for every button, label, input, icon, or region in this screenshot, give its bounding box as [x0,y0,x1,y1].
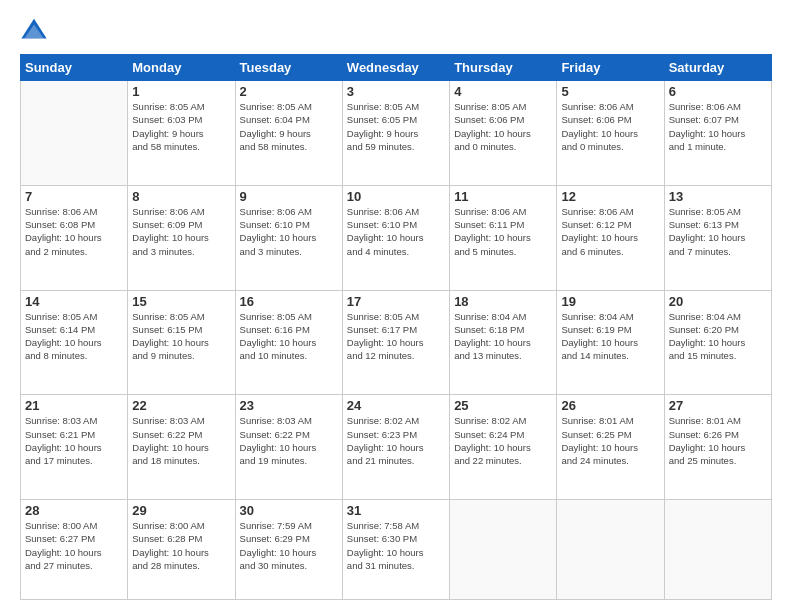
logo-icon [20,16,48,44]
calendar-cell: 24Sunrise: 8:02 AM Sunset: 6:23 PM Dayli… [342,395,449,500]
day-info: Sunrise: 8:05 AM Sunset: 6:14 PM Dayligh… [25,310,123,363]
calendar-cell: 8Sunrise: 8:06 AM Sunset: 6:09 PM Daylig… [128,185,235,290]
day-number: 27 [669,398,767,413]
header [20,16,772,44]
day-info: Sunrise: 8:04 AM Sunset: 6:18 PM Dayligh… [454,310,552,363]
day-number: 25 [454,398,552,413]
day-info: Sunrise: 8:05 AM Sunset: 6:05 PM Dayligh… [347,100,445,153]
calendar-cell: 21Sunrise: 8:03 AM Sunset: 6:21 PM Dayli… [21,395,128,500]
day-number: 30 [240,503,338,518]
calendar-cell: 3Sunrise: 8:05 AM Sunset: 6:05 PM Daylig… [342,81,449,186]
day-header-tuesday: Tuesday [235,55,342,81]
calendar-cell: 13Sunrise: 8:05 AM Sunset: 6:13 PM Dayli… [664,185,771,290]
calendar-cell: 14Sunrise: 8:05 AM Sunset: 6:14 PM Dayli… [21,290,128,395]
calendar-cell: 10Sunrise: 8:06 AM Sunset: 6:10 PM Dayli… [342,185,449,290]
calendar-cell: 30Sunrise: 7:59 AM Sunset: 6:29 PM Dayli… [235,500,342,600]
day-number: 9 [240,189,338,204]
day-number: 21 [25,398,123,413]
day-info: Sunrise: 8:02 AM Sunset: 6:23 PM Dayligh… [347,414,445,467]
week-row-1: 7Sunrise: 8:06 AM Sunset: 6:08 PM Daylig… [21,185,772,290]
day-number: 24 [347,398,445,413]
calendar-cell: 11Sunrise: 8:06 AM Sunset: 6:11 PM Dayli… [450,185,557,290]
day-info: Sunrise: 8:05 AM Sunset: 6:04 PM Dayligh… [240,100,338,153]
day-info: Sunrise: 8:03 AM Sunset: 6:22 PM Dayligh… [240,414,338,467]
day-number: 6 [669,84,767,99]
logo [20,16,52,44]
calendar-cell: 22Sunrise: 8:03 AM Sunset: 6:22 PM Dayli… [128,395,235,500]
day-info: Sunrise: 8:06 AM Sunset: 6:12 PM Dayligh… [561,205,659,258]
day-info: Sunrise: 7:58 AM Sunset: 6:30 PM Dayligh… [347,519,445,572]
day-header-sunday: Sunday [21,55,128,81]
day-info: Sunrise: 8:05 AM Sunset: 6:06 PM Dayligh… [454,100,552,153]
calendar-cell: 4Sunrise: 8:05 AM Sunset: 6:06 PM Daylig… [450,81,557,186]
calendar-cell: 23Sunrise: 8:03 AM Sunset: 6:22 PM Dayli… [235,395,342,500]
calendar-cell: 6Sunrise: 8:06 AM Sunset: 6:07 PM Daylig… [664,81,771,186]
day-info: Sunrise: 8:02 AM Sunset: 6:24 PM Dayligh… [454,414,552,467]
day-number: 23 [240,398,338,413]
day-number: 18 [454,294,552,309]
day-info: Sunrise: 8:06 AM Sunset: 6:10 PM Dayligh… [347,205,445,258]
calendar-cell: 5Sunrise: 8:06 AM Sunset: 6:06 PM Daylig… [557,81,664,186]
day-info: Sunrise: 8:00 AM Sunset: 6:28 PM Dayligh… [132,519,230,572]
calendar-cell: 27Sunrise: 8:01 AM Sunset: 6:26 PM Dayli… [664,395,771,500]
day-info: Sunrise: 8:01 AM Sunset: 6:26 PM Dayligh… [669,414,767,467]
calendar-cell: 9Sunrise: 8:06 AM Sunset: 6:10 PM Daylig… [235,185,342,290]
day-header-row: SundayMondayTuesdayWednesdayThursdayFrid… [21,55,772,81]
day-info: Sunrise: 8:04 AM Sunset: 6:20 PM Dayligh… [669,310,767,363]
day-number: 2 [240,84,338,99]
calendar-cell: 12Sunrise: 8:06 AM Sunset: 6:12 PM Dayli… [557,185,664,290]
day-info: Sunrise: 8:05 AM Sunset: 6:03 PM Dayligh… [132,100,230,153]
day-info: Sunrise: 8:06 AM Sunset: 6:10 PM Dayligh… [240,205,338,258]
day-info: Sunrise: 8:05 AM Sunset: 6:16 PM Dayligh… [240,310,338,363]
calendar-cell [664,500,771,600]
calendar-cell [557,500,664,600]
day-number: 11 [454,189,552,204]
calendar-cell: 18Sunrise: 8:04 AM Sunset: 6:18 PM Dayli… [450,290,557,395]
calendar-cell: 26Sunrise: 8:01 AM Sunset: 6:25 PM Dayli… [557,395,664,500]
week-row-4: 28Sunrise: 8:00 AM Sunset: 6:27 PM Dayli… [21,500,772,600]
day-number: 10 [347,189,445,204]
calendar-table: SundayMondayTuesdayWednesdayThursdayFrid… [20,54,772,600]
day-number: 4 [454,84,552,99]
calendar-cell: 1Sunrise: 8:05 AM Sunset: 6:03 PM Daylig… [128,81,235,186]
day-info: Sunrise: 8:05 AM Sunset: 6:15 PM Dayligh… [132,310,230,363]
day-number: 17 [347,294,445,309]
calendar-cell: 29Sunrise: 8:00 AM Sunset: 6:28 PM Dayli… [128,500,235,600]
day-info: Sunrise: 8:01 AM Sunset: 6:25 PM Dayligh… [561,414,659,467]
day-info: Sunrise: 7:59 AM Sunset: 6:29 PM Dayligh… [240,519,338,572]
week-row-0: 1Sunrise: 8:05 AM Sunset: 6:03 PM Daylig… [21,81,772,186]
day-number: 5 [561,84,659,99]
day-number: 20 [669,294,767,309]
day-info: Sunrise: 8:05 AM Sunset: 6:17 PM Dayligh… [347,310,445,363]
day-number: 3 [347,84,445,99]
day-number: 1 [132,84,230,99]
day-header-friday: Friday [557,55,664,81]
calendar-cell: 25Sunrise: 8:02 AM Sunset: 6:24 PM Dayli… [450,395,557,500]
day-number: 16 [240,294,338,309]
day-info: Sunrise: 8:03 AM Sunset: 6:22 PM Dayligh… [132,414,230,467]
day-number: 8 [132,189,230,204]
day-number: 31 [347,503,445,518]
day-number: 19 [561,294,659,309]
day-info: Sunrise: 8:06 AM Sunset: 6:06 PM Dayligh… [561,100,659,153]
calendar-cell: 19Sunrise: 8:04 AM Sunset: 6:19 PM Dayli… [557,290,664,395]
day-number: 15 [132,294,230,309]
week-row-2: 14Sunrise: 8:05 AM Sunset: 6:14 PM Dayli… [21,290,772,395]
calendar-cell: 7Sunrise: 8:06 AM Sunset: 6:08 PM Daylig… [21,185,128,290]
day-header-wednesday: Wednesday [342,55,449,81]
calendar-cell: 31Sunrise: 7:58 AM Sunset: 6:30 PM Dayli… [342,500,449,600]
calendar-cell: 16Sunrise: 8:05 AM Sunset: 6:16 PM Dayli… [235,290,342,395]
day-number: 22 [132,398,230,413]
calendar-cell: 17Sunrise: 8:05 AM Sunset: 6:17 PM Dayli… [342,290,449,395]
day-number: 12 [561,189,659,204]
calendar-cell: 2Sunrise: 8:05 AM Sunset: 6:04 PM Daylig… [235,81,342,186]
day-header-monday: Monday [128,55,235,81]
day-info: Sunrise: 8:03 AM Sunset: 6:21 PM Dayligh… [25,414,123,467]
day-number: 14 [25,294,123,309]
day-number: 26 [561,398,659,413]
page: SundayMondayTuesdayWednesdayThursdayFrid… [0,0,792,612]
day-number: 7 [25,189,123,204]
day-header-saturday: Saturday [664,55,771,81]
day-info: Sunrise: 8:06 AM Sunset: 6:07 PM Dayligh… [669,100,767,153]
day-info: Sunrise: 8:00 AM Sunset: 6:27 PM Dayligh… [25,519,123,572]
